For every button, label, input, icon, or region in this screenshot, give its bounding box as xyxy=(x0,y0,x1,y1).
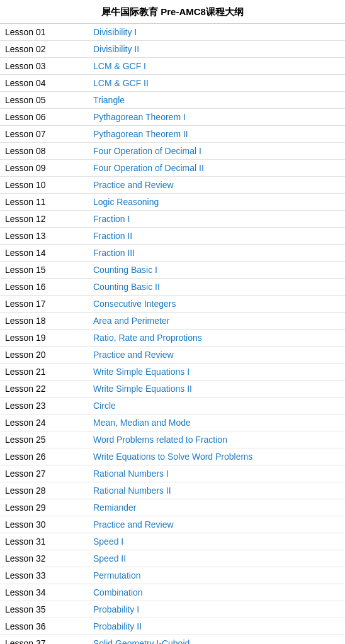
lesson-topic: Circle xyxy=(88,397,345,414)
lesson-number: Lesson 20 xyxy=(0,347,88,364)
lesson-number: Lesson 04 xyxy=(0,75,88,92)
lesson-topic: Speed I xyxy=(88,533,345,550)
lesson-number: Lesson 32 xyxy=(0,550,88,567)
lesson-number: Lesson 18 xyxy=(0,313,88,330)
lesson-number: Lesson 33 xyxy=(0,567,88,584)
table-row: Lesson 22Write Simple Equations II xyxy=(0,380,345,397)
lesson-number: Lesson 10 xyxy=(0,177,88,194)
lesson-topic: Divisibility I xyxy=(88,24,345,41)
lesson-number: Lesson 19 xyxy=(0,330,88,347)
lesson-number: Lesson 12 xyxy=(0,211,88,228)
lesson-number: Lesson 13 xyxy=(0,228,88,245)
lesson-topic: Remiander xyxy=(88,499,345,516)
lesson-number: Lesson 36 xyxy=(0,618,88,635)
lesson-topic: Fraction II xyxy=(88,228,345,245)
table-row: Lesson 30Practice and Review xyxy=(0,516,345,533)
lesson-topic: LCM & GCF I xyxy=(88,58,345,75)
table-row: Lesson 05Triangle xyxy=(0,92,345,109)
table-row: Lesson 25Word Problems related to Fracti… xyxy=(0,431,345,448)
lesson-number: Lesson 30 xyxy=(0,516,88,533)
lesson-number: Lesson 23 xyxy=(0,397,88,414)
table-row: Lesson 08Four Operation of Decimal I xyxy=(0,143,345,160)
lesson-number: Lesson 22 xyxy=(0,380,88,397)
lesson-number: Lesson 31 xyxy=(0,533,88,550)
lesson-number: Lesson 37 xyxy=(0,635,88,645)
lesson-number: Lesson 21 xyxy=(0,364,88,380)
table-row: Lesson 16Counting Basic II xyxy=(0,279,345,296)
lesson-topic: Combination xyxy=(88,584,345,601)
table-row: Lesson 35Probability I xyxy=(0,601,345,618)
table-row: Lesson 27Rational Numbers I xyxy=(0,465,345,482)
lesson-topic: Write Simple Equations II xyxy=(88,380,345,397)
table-row: Lesson 26Write Equations to Solve Word P… xyxy=(0,448,345,465)
table-row: Lesson 12Fraction I xyxy=(0,211,345,228)
lesson-number: Lesson 25 xyxy=(0,431,88,448)
lesson-number: Lesson 27 xyxy=(0,465,88,482)
lesson-number: Lesson 05 xyxy=(0,92,88,109)
table-row: Lesson 15Counting Basic I xyxy=(0,262,345,279)
page-title: 犀牛国际教育 Pre-AMC8课程大纲 xyxy=(0,0,345,24)
lesson-topic: Consecutive Integers xyxy=(88,296,345,313)
lesson-topic: Practice and Review xyxy=(88,516,345,533)
lesson-topic: Probability I xyxy=(88,601,345,618)
lesson-topic: Fraction I xyxy=(88,211,345,228)
table-row: Lesson 29Remiander xyxy=(0,499,345,516)
table-row: Lesson 13Fraction II xyxy=(0,228,345,245)
table-row: Lesson 21Write Simple Equations I xyxy=(0,364,345,380)
table-row: Lesson 03LCM & GCF I xyxy=(0,58,345,75)
table-row: Lesson 01Divisibility I xyxy=(0,24,345,41)
table-row: Lesson 32Speed II xyxy=(0,550,345,567)
table-row: Lesson 11Logic Reasoning xyxy=(0,194,345,211)
lesson-topic: Pythagorean Theorem II xyxy=(88,126,345,143)
table-row: Lesson 36Probability II xyxy=(0,618,345,635)
lesson-number: Lesson 17 xyxy=(0,296,88,313)
lesson-topic: Write Equations to Solve Word Problems xyxy=(88,448,345,465)
lesson-number: Lesson 15 xyxy=(0,262,88,279)
table-row: Lesson 31Speed I xyxy=(0,533,345,550)
table-row: Lesson 06Pythagorean Theorem I xyxy=(0,109,345,126)
lesson-topic: Logic Reasoning xyxy=(88,194,345,211)
lesson-topic: Triangle xyxy=(88,92,345,109)
table-row: Lesson 02Divisibility II xyxy=(0,41,345,58)
lesson-topic: Four Operation of Decimal II xyxy=(88,160,345,177)
lesson-number: Lesson 11 xyxy=(0,194,88,211)
lesson-topic: Write Simple Equations I xyxy=(88,364,345,380)
lesson-topic: Solid Geometry I-Cuboid xyxy=(88,635,345,645)
lesson-number: Lesson 16 xyxy=(0,279,88,296)
table-row: Lesson 17Consecutive Integers xyxy=(0,296,345,313)
lesson-topic: LCM & GCF II xyxy=(88,75,345,92)
lesson-number: Lesson 35 xyxy=(0,601,88,618)
table-row: Lesson 23Circle xyxy=(0,397,345,414)
lesson-topic: Rational Numbers II xyxy=(88,482,345,499)
lesson-number: Lesson 01 xyxy=(0,24,88,41)
lesson-number: Lesson 29 xyxy=(0,499,88,516)
table-row: Lesson 19Ratio, Rate and Proprotions xyxy=(0,330,345,347)
table-row: Lesson 24Mean, Median and Mode xyxy=(0,414,345,431)
lesson-topic: Divisibility II xyxy=(88,41,345,58)
lesson-topic: Area and Perimeter xyxy=(88,313,345,330)
lesson-topic: Ratio, Rate and Proprotions xyxy=(88,330,345,347)
table-row: Lesson 28Rational Numbers II xyxy=(0,482,345,499)
lesson-number: Lesson 06 xyxy=(0,109,88,126)
lesson-topic: Speed II xyxy=(88,550,345,567)
table-row: Lesson 37Solid Geometry I-Cuboid xyxy=(0,635,345,645)
lesson-topic: Mean, Median and Mode xyxy=(88,414,345,431)
lesson-number: Lesson 26 xyxy=(0,448,88,465)
table-row: Lesson 07Pythagorean Theorem II xyxy=(0,126,345,143)
lesson-number: Lesson 24 xyxy=(0,414,88,431)
lesson-topic: Fraction III xyxy=(88,245,345,262)
table-row: Lesson 04LCM & GCF II xyxy=(0,75,345,92)
lesson-topic: Pythagorean Theorem I xyxy=(88,109,345,126)
lesson-number: Lesson 14 xyxy=(0,245,88,262)
lesson-topic: Permutation xyxy=(88,567,345,584)
lesson-topic: Counting Basic I xyxy=(88,262,345,279)
table-row: Lesson 09Four Operation of Decimal II xyxy=(0,160,345,177)
lesson-number: Lesson 08 xyxy=(0,143,88,160)
lesson-topic: Word Problems related to Fraction xyxy=(88,431,345,448)
lesson-number: Lesson 34 xyxy=(0,584,88,601)
lesson-number: Lesson 09 xyxy=(0,160,88,177)
lesson-number: Lesson 02 xyxy=(0,41,88,58)
lesson-topic: Rational Numbers I xyxy=(88,465,345,482)
table-row: Lesson 20Practice and Review xyxy=(0,347,345,364)
lesson-number: Lesson 07 xyxy=(0,126,88,143)
